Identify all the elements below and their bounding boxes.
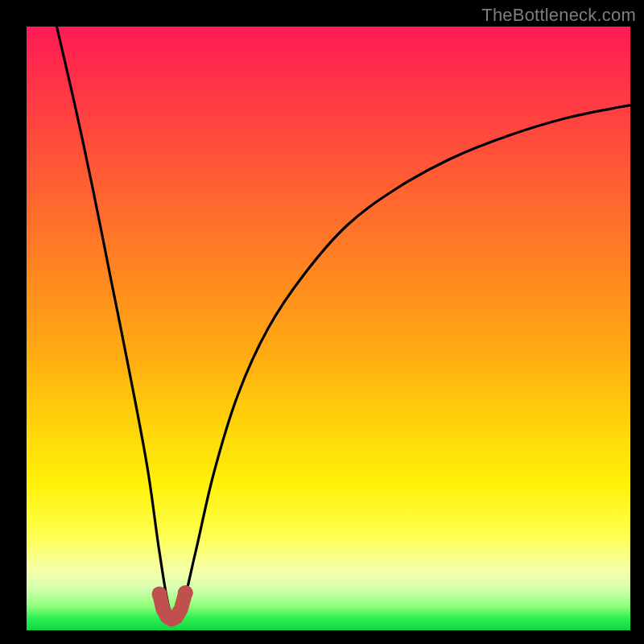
- valley-knots: [152, 585, 193, 620]
- plot-area: [27, 27, 630, 630]
- curve-svg: [27, 27, 630, 630]
- chart-stage: TheBottleneck.com: [0, 0, 644, 644]
- valley-knot-dot: [178, 585, 193, 601]
- watermark-text: TheBottleneck.com: [481, 5, 636, 26]
- valley-knot-stroke: [159, 593, 185, 620]
- bottleneck-curve: [57, 27, 631, 621]
- valley-knot-dot: [152, 587, 167, 602]
